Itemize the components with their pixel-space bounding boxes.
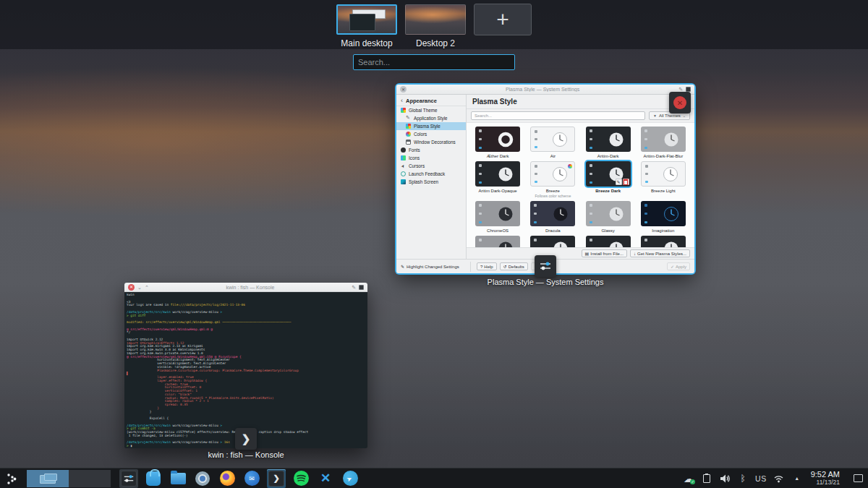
clock-date: 11/13/21 bbox=[811, 479, 840, 486]
theme-preview-icons bbox=[535, 165, 537, 183]
sidebar-item-launch-feedback[interactable]: Launch Feedback bbox=[396, 170, 466, 178]
desktop-thumbnail-1[interactable]: Main desktop bbox=[336, 4, 397, 48]
maximize-icon[interactable] bbox=[686, 87, 691, 92]
theme-card-breeze[interactable]: BreezeFollows color scheme bbox=[527, 161, 579, 198]
theme-card-breeze-dark[interactable]: ✎Breeze Dark bbox=[582, 161, 634, 198]
taskbar-app-firefox[interactable] bbox=[218, 469, 237, 488]
delete-theme-icon[interactable] bbox=[623, 179, 629, 185]
get-new-styles-button[interactable]: ↓ Get New Plasma Styles... bbox=[630, 249, 690, 257]
taskbar-app-konsole[interactable]: ❯ bbox=[267, 469, 286, 488]
clock-preview bbox=[663, 240, 680, 248]
theme-preview bbox=[530, 127, 575, 152]
terminal-output: kwin <3Your logs are saved in file:///da… bbox=[124, 292, 367, 448]
sidebar-item-application-style[interactable]: Application Style bbox=[396, 114, 466, 122]
sidebar-item-colors[interactable]: Colors bbox=[396, 130, 466, 138]
theme-card-glassy[interactable]: Glassy bbox=[582, 201, 634, 233]
theme-card-partial-12[interactable] bbox=[472, 236, 524, 247]
theme-preview-icons bbox=[590, 129, 592, 149]
clock-preview bbox=[552, 240, 569, 248]
theme-preview-icons bbox=[534, 239, 537, 247]
settings-titlebar: ✕ Plasma Style — System Settings ✎ bbox=[396, 85, 694, 95]
sidebar-item-label: Launch Feedback bbox=[409, 171, 445, 176]
theme-card-aritim-dark-flat-blur[interactable]: Aritim-Dark-Flat-Blur bbox=[637, 127, 689, 158]
install-from-file-button[interactable]: ▤ Install from File... bbox=[582, 249, 627, 257]
clipboard-icon[interactable] bbox=[701, 472, 712, 485]
theme-card-imagination[interactable]: Imagination bbox=[637, 201, 689, 233]
close-icon[interactable]: ✕ bbox=[128, 284, 135, 291]
taskbar-panel: ✉❯✕➤ ☁✓ ᛒ US ▲ bbox=[0, 468, 868, 488]
show-desktop-button[interactable] bbox=[854, 474, 863, 482]
theme-card-dracula[interactable]: Dracula bbox=[527, 201, 579, 233]
taskbar-app-vscode[interactable]: ✕ bbox=[316, 469, 335, 488]
theme-card-partial-15[interactable] bbox=[637, 236, 689, 247]
clock-preview bbox=[608, 240, 625, 248]
theme-card-partial-13[interactable] bbox=[527, 236, 579, 247]
defaults-button[interactable]: ↺ Defaults bbox=[500, 262, 528, 270]
theme-name: Glassy bbox=[601, 228, 614, 233]
taskbar-app-telegram[interactable]: ➤ bbox=[341, 469, 359, 488]
theme-card-partial-14[interactable] bbox=[582, 236, 634, 247]
taskbar-app-spotify[interactable] bbox=[292, 469, 310, 488]
window-konsole[interactable]: ✕ ⌄ ⌃ kwin : fish — Konsole ✎ kwin <3You… bbox=[124, 283, 367, 448]
clock-preview bbox=[663, 131, 680, 148]
kde-launcher-icon bbox=[6, 472, 19, 485]
pin-icon[interactable]: ✎ bbox=[678, 87, 683, 92]
volume-icon[interactable] bbox=[719, 472, 731, 485]
theme-name: Aritim Dark-Opaque bbox=[479, 189, 517, 193]
edit-theme-icon[interactable]: ✎ bbox=[616, 179, 622, 185]
sidebar-item-plasma-style[interactable]: Plasma Style bbox=[396, 122, 466, 130]
settings-window-caption: Plasma Style — System Settings bbox=[396, 278, 694, 286]
wifi-icon[interactable] bbox=[773, 472, 785, 485]
highlight-changed-settings-button[interactable]: ✎ Highlight Changed Settings bbox=[401, 264, 467, 269]
sidebar-item-cursors[interactable]: Cursors bbox=[396, 162, 466, 170]
desktop-thumbnail-2[interactable]: Desktop 2 bbox=[405, 4, 466, 48]
window-system-settings[interactable]: ✕ Plasma Style — System Settings ✎ ‹ App… bbox=[396, 85, 694, 273]
add-desktop-button[interactable]: + bbox=[474, 4, 532, 35]
theme-card-breeze-light[interactable]: Breeze Light bbox=[637, 161, 689, 198]
theme-card-aritim-dark[interactable]: Aritim-Dark bbox=[582, 127, 634, 158]
theme-subtitle: Follows color scheme bbox=[535, 194, 571, 198]
keyboard-layout-indicator[interactable]: US bbox=[755, 472, 767, 485]
theme-card-air[interactable]: Air bbox=[527, 127, 579, 158]
app-launcher-button[interactable] bbox=[4, 470, 21, 487]
taskbar-app-thunderbird[interactable]: ✉ bbox=[242, 469, 261, 488]
theme-name: Aritim-Dark-Flat-Blur bbox=[644, 154, 684, 158]
pin-icon[interactable]: ✎ bbox=[352, 285, 356, 290]
theme-preview: ✎ bbox=[586, 161, 631, 187]
sidebar-item-window-decorations[interactable]: Window Decorations bbox=[396, 138, 466, 146]
theme-card-chromeos[interactable]: ChromeOS bbox=[472, 201, 524, 233]
theme-card--ther-dark[interactable]: Æther Dark bbox=[472, 127, 524, 158]
clock-preview bbox=[552, 205, 569, 223]
apply-button[interactable]: ✓ Apply bbox=[667, 262, 690, 270]
sidebar-item-fonts[interactable]: Fonts bbox=[396, 146, 466, 154]
keep-above-icon[interactable]: ⌃ bbox=[145, 285, 149, 290]
chevron-down-icon: ⌄ bbox=[683, 114, 686, 118]
record-button[interactable]: ✕ bbox=[669, 92, 691, 114]
nextcloud-icon[interactable]: ☁✓ bbox=[683, 472, 694, 485]
taskbar-app-dolphin[interactable] bbox=[169, 469, 187, 488]
search-input[interactable] bbox=[353, 54, 515, 70]
clock-preview bbox=[497, 131, 514, 148]
digital-clock[interactable]: 9:52 AM 11/13/21 bbox=[811, 471, 840, 485]
taskbar-app-system-settings[interactable] bbox=[119, 469, 138, 488]
theme-card-aritim-dark-opaque[interactable]: Aritim Dark-Opaque bbox=[472, 161, 524, 198]
sidebar-item-splash-screen[interactable]: Splash Screen bbox=[396, 178, 466, 186]
keep-below-icon[interactable]: ⌄ bbox=[137, 285, 142, 290]
sidebar-item-label: Global Theme bbox=[409, 108, 437, 113]
taskbar-app-chromium[interactable] bbox=[193, 469, 212, 488]
virtual-desktop-pager[interactable] bbox=[27, 470, 111, 487]
bluetooth-icon[interactable]: ᛒ bbox=[737, 472, 749, 485]
tray-expander-icon[interactable]: ▲ bbox=[791, 472, 803, 485]
pager-desktop-2[interactable] bbox=[69, 470, 111, 487]
theme-search-input[interactable]: Search... bbox=[471, 111, 645, 120]
sidebar-item-icons[interactable]: Icons bbox=[396, 154, 466, 162]
pager-desktop-1[interactable] bbox=[27, 470, 69, 487]
maximize-icon[interactable] bbox=[359, 285, 364, 290]
theme-name: Air bbox=[550, 154, 556, 158]
taskbar-app-discover[interactable] bbox=[144, 469, 163, 488]
close-icon[interactable]: ✕ bbox=[400, 86, 407, 93]
breadcrumb[interactable]: ‹ Appearance bbox=[396, 95, 466, 106]
sidebar-item-global-theme[interactable]: Global Theme bbox=[396, 106, 466, 114]
konsole-icon: ❯ bbox=[235, 428, 257, 450]
help-button[interactable]: ? Help bbox=[477, 262, 497, 270]
